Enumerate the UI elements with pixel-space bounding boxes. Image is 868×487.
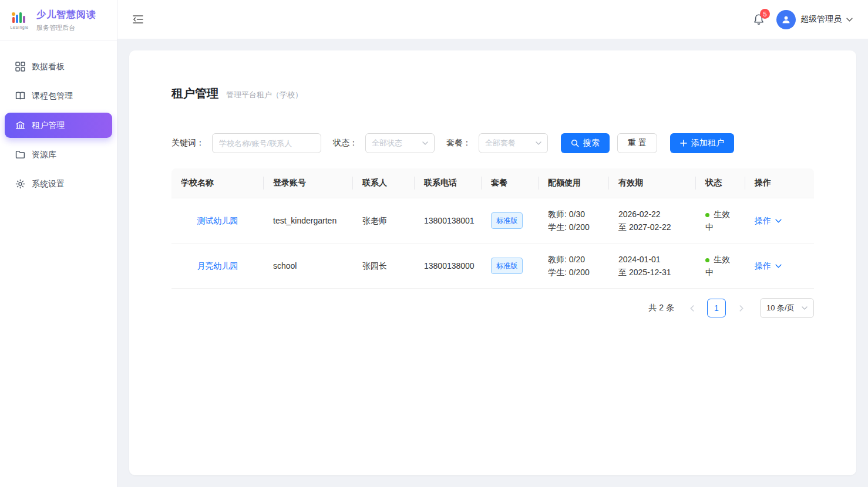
keyword-label: 关键词： <box>171 138 204 148</box>
status-select[interactable]: 全部状态 <box>365 133 435 153</box>
page-1-button[interactable]: 1 <box>707 299 726 317</box>
page-head: 租户管理 管理平台租户（学校） <box>171 86 814 102</box>
plan-label: 套餐： <box>446 138 471 148</box>
column-header-contact: 联系人 <box>353 168 415 198</box>
chevron-down-icon <box>802 306 808 310</box>
brand-text: 少儿智慧阅读 服务管理后台 <box>36 9 96 32</box>
sidebar-item-course-packages[interactable]: 课程包管理 <box>5 83 112 109</box>
plan-badge: 标准版 <box>491 212 523 229</box>
status-badge: 生效中 <box>705 209 730 232</box>
plan-select[interactable]: 全部套餐 <box>479 133 548 153</box>
column-header-validity: 有效期 <box>609 168 696 198</box>
status-select-value: 全部状态 <box>372 138 402 148</box>
prev-page-button[interactable] <box>682 299 701 317</box>
sidebar-item-dashboard[interactable]: 数据看板 <box>5 54 112 79</box>
status-dot-icon <box>705 258 709 262</box>
contact-cell: 张老师 <box>353 198 415 244</box>
chevron-down-icon <box>536 141 541 145</box>
filter-bar: 关键词： 状态： 全部状态 套餐： 全部套餐 <box>171 133 814 153</box>
app-subtitle: 服务管理后台 <box>36 23 96 32</box>
plan-select-value: 全部套餐 <box>485 138 516 148</box>
sidebar-item-resources[interactable]: 资源库 <box>5 142 112 167</box>
quota-cell: 教师: 0/30 学生: 0/200 <box>539 198 609 244</box>
column-header-account: 登录账号 <box>264 168 353 198</box>
page-size-select[interactable]: 10 条/页 <box>760 298 814 318</box>
quota-cell: 教师: 0/20 学生: 0/200 <box>539 244 609 289</box>
keyword-input[interactable] <box>212 133 321 153</box>
row-action-menu[interactable]: 操作 <box>755 214 782 227</box>
grid-icon <box>15 62 25 72</box>
status-badge: 生效中 <box>705 255 730 277</box>
username: 超级管理员 <box>800 14 842 25</box>
main-area: 5 超级管理员 租户管理 <box>117 0 868 487</box>
logo-icon <box>11 11 28 24</box>
user-icon <box>781 15 791 25</box>
school-name-link[interactable]: 测试幼儿园 <box>197 216 238 225</box>
column-header-quota: 配额使用 <box>539 168 609 198</box>
reset-button[interactable]: 重 置 <box>617 133 657 153</box>
valid-to: 至 2025-12-31 <box>618 266 687 279</box>
avatar <box>776 10 796 29</box>
sidebar-item-tenants[interactable]: 租户管理 <box>5 113 112 138</box>
page-subtitle: 管理平台租户（学校） <box>226 90 302 100</box>
app-title: 少儿智慧阅读 <box>36 9 96 21</box>
page-size-value: 10 条/页 <box>766 303 795 313</box>
building-icon <box>15 120 25 130</box>
sidebar-item-settings[interactable]: 系统设置 <box>5 171 112 197</box>
sidebar-item-label: 课程包管理 <box>32 91 73 102</box>
chevron-left-icon <box>690 305 694 312</box>
quota-teacher: 教师: 0/30 <box>548 208 600 221</box>
phone-cell: 13800138001 <box>415 198 482 244</box>
quota-student: 学生: 0/200 <box>548 266 600 279</box>
tenant-management-card: 租户管理 管理平台租户（学校） 关键词： 状态： 全部状态 套餐： 全部套餐 <box>129 50 856 475</box>
account-cell: school <box>264 244 353 289</box>
book-icon <box>15 91 25 101</box>
plus-icon <box>680 140 687 147</box>
content: 租户管理 管理平台租户（学校） 关键词： 状态： 全部状态 套餐： 全部套餐 <box>117 39 868 487</box>
sidebar-item-label: 数据看板 <box>32 62 65 72</box>
page-title: 租户管理 <box>171 86 218 102</box>
chevron-down-icon <box>775 264 782 268</box>
status-dot-icon <box>705 213 709 217</box>
header: 5 超级管理员 <box>117 0 868 39</box>
app-logo: LeSingle <box>8 11 31 29</box>
folder-icon <box>15 150 25 160</box>
brand: LeSingle 少儿智慧阅读 服务管理后台 <box>0 0 117 41</box>
row-action-menu[interactable]: 操作 <box>755 259 782 272</box>
add-tenant-button[interactable]: 添加租户 <box>670 133 734 153</box>
search-button-label: 搜索 <box>583 138 600 148</box>
valid-from: 2024-01-01 <box>618 253 687 266</box>
sidebar-item-label: 资源库 <box>32 150 56 160</box>
sidebar-menu: 数据看板 课程包管理 租户管理 <box>0 41 117 209</box>
pagination: 共 2 条 1 10 条/页 <box>171 298 814 318</box>
plan-badge: 标准版 <box>491 258 523 274</box>
chevron-right-icon <box>739 305 743 312</box>
user-menu[interactable]: 超级管理员 <box>776 10 853 29</box>
quota-student: 学生: 0/200 <box>548 221 600 234</box>
validity-cell: 2024-01-01 至 2025-12-31 <box>609 244 696 289</box>
sidebar: LeSingle 少儿智慧阅读 服务管理后台 数据看板 课程包管 <box>0 0 117 487</box>
school-name-link[interactable]: 月亮幼儿园 <box>197 261 238 270</box>
next-page-button[interactable] <box>732 299 751 317</box>
search-icon <box>571 139 579 147</box>
tenant-table: 学校名称 登录账号 联系人 联系电话 套餐 配额使用 有效期 状态 操作 测试幼… <box>171 168 814 289</box>
gear-icon <box>15 179 25 189</box>
chevron-down-icon <box>846 18 853 22</box>
valid-from: 2026-02-22 <box>618 208 687 221</box>
contact-cell: 张园长 <box>353 244 415 289</box>
column-header-status: 状态 <box>696 168 745 198</box>
validity-cell: 2026-02-22 至 2027-02-22 <box>609 198 696 244</box>
status-cell: 生效中 <box>696 198 745 244</box>
column-header-action: 操作 <box>745 168 814 198</box>
reset-button-label: 重 置 <box>628 138 647 148</box>
chevron-down-icon <box>775 219 782 223</box>
column-header-phone: 联系电话 <box>415 168 482 198</box>
collapse-sidebar-icon[interactable] <box>130 12 146 26</box>
search-button[interactable]: 搜索 <box>561 133 610 153</box>
quota-teacher: 教师: 0/20 <box>548 253 600 266</box>
chevron-down-icon <box>422 141 428 145</box>
account-cell: test_kindergarten <box>264 198 353 244</box>
add-tenant-button-label: 添加租户 <box>691 138 724 148</box>
notification-bell[interactable]: 5 <box>751 11 767 28</box>
table-row: 月亮幼儿园 school 张园长 13800138000 标准版 教师: 0/2… <box>171 244 814 289</box>
